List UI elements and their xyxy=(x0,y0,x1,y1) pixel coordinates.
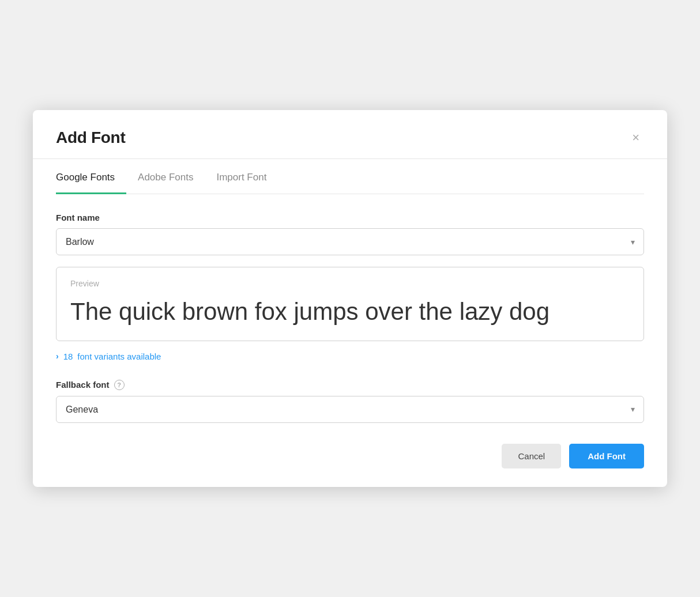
help-icon[interactable]: ? xyxy=(114,380,125,390)
chevron-right-icon: › xyxy=(56,352,59,361)
preview-box: Preview The quick brown fox jumps over t… xyxy=(56,267,644,341)
tab-import-font[interactable]: Import Font xyxy=(205,159,278,194)
font-name-label: Font name xyxy=(56,213,644,222)
dialog-body: Google Fonts Adobe Fonts Import Font Fon… xyxy=(33,159,667,486)
tab-google-fonts[interactable]: Google Fonts xyxy=(56,159,126,194)
variants-label: font variants available xyxy=(77,352,161,361)
fallback-font-label-row: Fallback font ? xyxy=(56,380,644,390)
variants-row[interactable]: › 18 font variants available xyxy=(56,352,644,361)
tab-adobe-fonts[interactable]: Adobe Fonts xyxy=(126,159,205,194)
dialog-footer: Cancel Add Font xyxy=(56,444,644,468)
font-name-select-wrapper: Barlow Roboto Open Sans Lato Montserrat … xyxy=(56,228,644,255)
fallback-font-select-wrapper: Geneva Arial Helvetica Times New Roman G… xyxy=(56,396,644,423)
variants-count: 18 xyxy=(63,352,73,361)
dialog-header: Add Font × xyxy=(33,110,667,159)
cancel-button[interactable]: Cancel xyxy=(502,444,561,468)
fallback-font-label: Fallback font xyxy=(56,380,110,390)
fallback-font-select[interactable]: Geneva Arial Helvetica Times New Roman G… xyxy=(56,396,644,423)
font-name-select[interactable]: Barlow Roboto Open Sans Lato Montserrat xyxy=(56,228,644,255)
dialog-title: Add Font xyxy=(56,129,125,147)
add-font-dialog: Add Font × Google Fonts Adobe Fonts Impo… xyxy=(33,110,667,486)
preview-text: The quick brown fox jumps over the lazy … xyxy=(70,297,630,326)
preview-label: Preview xyxy=(70,279,630,288)
tab-bar: Google Fonts Adobe Fonts Import Font xyxy=(56,159,644,194)
add-font-button[interactable]: Add Font xyxy=(569,444,644,468)
close-button[interactable]: × xyxy=(627,129,644,146)
